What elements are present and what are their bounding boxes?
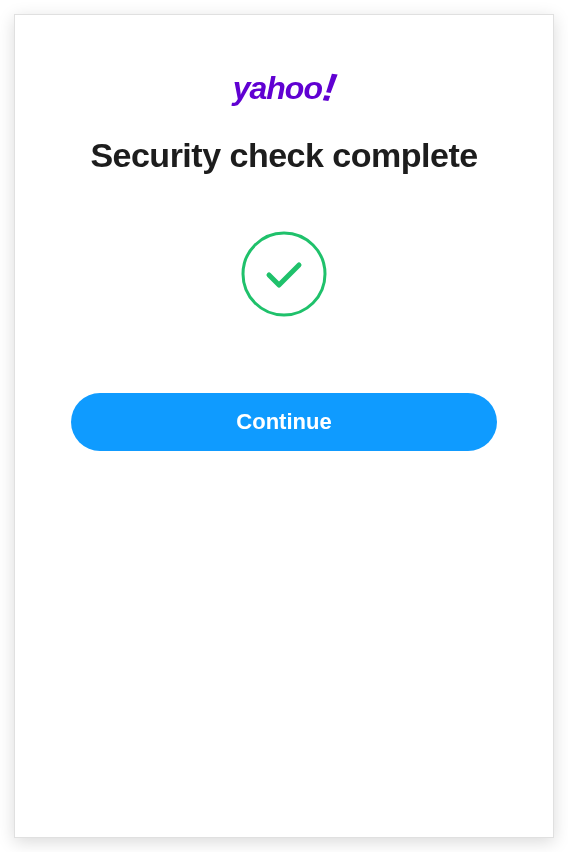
page-title: Security check complete xyxy=(90,136,477,175)
security-check-card: yahoo! Security check complete Continue xyxy=(14,14,554,838)
logo-exclamation-icon: ! xyxy=(320,64,338,110)
continue-button[interactable]: Continue xyxy=(71,393,497,451)
logo-text: yahoo xyxy=(233,70,322,107)
success-check-icon xyxy=(241,231,327,317)
yahoo-logo: yahoo! xyxy=(233,63,336,108)
svg-point-0 xyxy=(243,233,325,315)
